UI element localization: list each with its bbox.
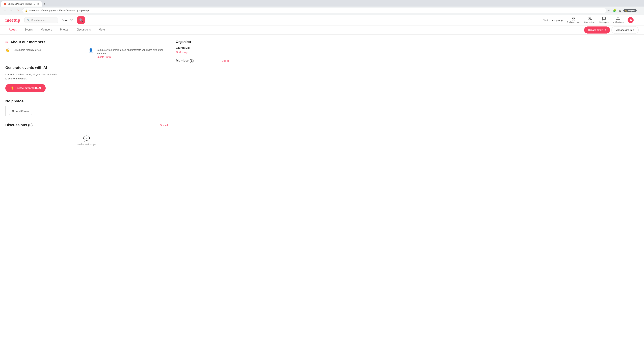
profile-completion-card: 👤 Complete your profile to see what inte… <box>88 48 168 59</box>
search-placeholder: Search events <box>31 19 46 21</box>
manage-group-button[interactable]: Manage group ▾ <box>611 26 639 34</box>
photos-divider <box>5 106 6 116</box>
svg-rect-1 <box>574 17 575 18</box>
organizer-info: Lauren Deli ✉ Message <box>176 46 230 53</box>
menu-button[interactable]: ⋮ <box>638 8 642 13</box>
sub-nav: About Events Members Photos Discussions … <box>0 25 644 34</box>
address-bar[interactable]: 🔒 meetup.com/meetup-group-ulfhsivo/?succ… <box>22 8 606 13</box>
organizer-section: Organizer Lauren Deli ✉ Message <box>176 40 230 53</box>
messages-link[interactable]: Messages <box>600 17 608 23</box>
tab-bar: Chicago Painting Meetup Grou... ✕ + <box>0 0 644 6</box>
meetup-logo[interactable]: meetup <box>5 17 20 23</box>
connections-label: Connections <box>584 21 595 23</box>
content-left: m· About our members 👋 1 members recentl… <box>5 40 168 156</box>
extension-button[interactable]: 🧩 <box>612 8 617 13</box>
svg-rect-2 <box>574 19 575 20</box>
location-display[interactable]: Dover, DE <box>62 18 73 21</box>
bookmark-star-button[interactable]: ☆ <box>608 8 611 13</box>
content-right-sidebar: Organizer Lauren Deli ✉ Message Member (… <box>176 40 230 156</box>
create-ai-event-button[interactable]: ✨ Create event with AI <box>5 84 46 92</box>
profile-button[interactable]: ⊞ <box>618 8 622 13</box>
photo-upload-icon: 🖼 <box>12 110 14 113</box>
discussions-see-all-link[interactable]: See all <box>160 124 168 126</box>
chevron-down-icon-manage: ▾ <box>633 28 634 31</box>
discussions-title: Discussions (0) <box>5 123 33 127</box>
start-new-group-link[interactable]: Start a new group <box>543 18 562 21</box>
browser-nav-bar: ← → ✕ 🔒 meetup.com/meetup-group-ulfhsivo… <box>0 6 644 14</box>
section-header: m· About our members <box>5 40 168 44</box>
user-dropdown-arrow[interactable]: ▾ <box>638 19 639 21</box>
nav-item-members[interactable]: Members <box>38 25 55 34</box>
no-discussions-state: 💬 No discussions yet <box>5 131 168 150</box>
svg-rect-0 <box>572 17 573 18</box>
connections-link[interactable]: Connections <box>584 17 595 23</box>
url-text: meetup.com/meetup-group-ulfhsivo/?succes… <box>29 9 603 12</box>
search-bar[interactable]: 🔍 Search events <box>24 17 58 23</box>
photos-section: No photos 🖼 Add Photos <box>5 99 168 116</box>
reload-button[interactable]: ✕ <box>16 8 21 13</box>
browser-chrome: Chicago Painting Meetup Grou... ✕ + ← → … <box>0 0 644 15</box>
envelope-icon: ✉ <box>176 51 178 53</box>
add-photos-button[interactable]: 🖼 Add Photos <box>9 108 32 115</box>
nav-item-events[interactable]: Events <box>21 25 36 34</box>
logo-text: meetup <box>5 17 20 23</box>
notifications-label: Notifications <box>613 21 624 23</box>
sparkle-icon: ✨ <box>10 86 14 90</box>
user-avatar[interactable]: m <box>628 17 634 23</box>
active-tab[interactable]: Chicago Painting Meetup Grou... ✕ <box>1 1 42 6</box>
discussions-header: Discussions (0) See all <box>5 123 168 127</box>
main-content: m· About our members 👋 1 members recentl… <box>0 34 235 162</box>
members-cards: 👋 1 members recently joined 👤 Complete y… <box>5 48 168 59</box>
profile-completion-text: Complete your profile to see what intere… <box>96 48 168 59</box>
meetup-logo-small: m· <box>5 40 9 44</box>
ai-section-title: Generate events with AI <box>5 65 168 70</box>
ai-section: Generate events with AI Let AI do the ha… <box>5 65 168 92</box>
chevron-down-icon: ▾ <box>604 28 606 31</box>
no-discussions-text: No discussions yet <box>77 143 96 146</box>
discussions-section: Discussions (0) See all 💬 No discussions… <box>5 123 168 150</box>
member-see-all-link[interactable]: See all <box>222 59 230 62</box>
update-profile-link[interactable]: Update Profile <box>96 56 112 58</box>
recently-joined-text: 1 members recently joined <box>14 48 41 52</box>
back-button[interactable]: ← <box>2 8 8 13</box>
lock-icon: 🔒 <box>25 9 28 12</box>
organizer-title: Organizer <box>176 40 230 44</box>
ai-section-description: Let AI do the hard work, all you have to… <box>5 72 59 81</box>
about-members-title: About our members <box>10 40 46 44</box>
pro-dashboard-link[interactable]: Pro Dashboard <box>566 17 580 23</box>
tab-favicon <box>4 3 6 5</box>
member-section-header: Member (1) See all <box>176 59 230 63</box>
meetup-header: meetup 🔍 Search events Dover, DE 🔍 Start… <box>0 15 644 25</box>
browser-actions: ☆ 🧩 ⊞ 🕵 Incognito ⋮ <box>608 8 642 13</box>
new-tab-button[interactable]: + <box>42 1 47 6</box>
search-icon: 🔍 <box>27 19 30 21</box>
member-section-title: Member (1) <box>176 59 194 63</box>
recently-joined-card: 👋 1 members recently joined <box>5 48 84 59</box>
nav-item-more[interactable]: More <box>96 25 108 34</box>
chat-bubble-icon: 💬 <box>83 135 90 142</box>
nav-item-discussions[interactable]: Discussions <box>73 25 94 34</box>
person-circle-icon: 👤 <box>88 48 94 54</box>
people-wave-icon: 👋 <box>5 48 12 54</box>
incognito-badge: 🕵 Incognito <box>623 9 636 12</box>
photos-section-title: No photos <box>5 99 168 103</box>
meetup-app: meetup 🔍 Search events Dover, DE 🔍 Start… <box>0 15 644 162</box>
search-button[interactable]: 🔍 <box>77 16 85 24</box>
notifications-link[interactable]: Notifications <box>613 17 624 23</box>
svg-point-4 <box>589 17 590 18</box>
nav-item-photos[interactable]: Photos <box>57 25 72 34</box>
nav-item-about[interactable]: About <box>5 25 20 34</box>
about-members-section: m· About our members 👋 1 members recentl… <box>5 40 168 59</box>
member-section: Member (1) See all <box>176 59 230 63</box>
tab-close-button[interactable]: ✕ <box>37 3 39 5</box>
messages-label: Messages <box>600 21 608 23</box>
svg-rect-3 <box>572 19 573 20</box>
pro-dashboard-label: Pro Dashboard <box>566 21 580 23</box>
tab-title: Chicago Painting Meetup Grou... <box>8 3 36 5</box>
organizer-name: Lauren Deli <box>176 46 230 49</box>
organizer-message-link[interactable]: ✉ Message <box>176 51 230 53</box>
forward-button[interactable]: → <box>9 8 14 13</box>
create-event-button[interactable]: Create event ▾ <box>584 26 610 33</box>
header-icons: Pro Dashboard Connections Messages Notif… <box>566 17 624 23</box>
